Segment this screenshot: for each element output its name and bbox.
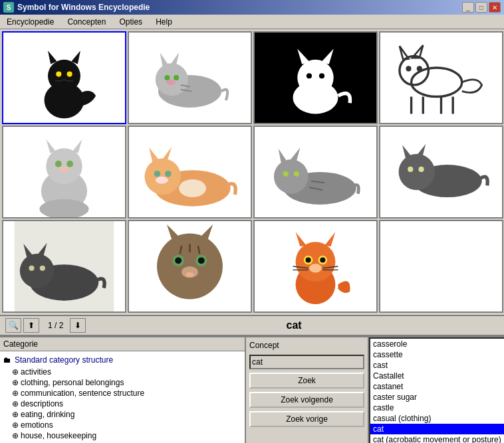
result-cassette[interactable]: cassette [370, 349, 504, 360]
svg-point-10 [164, 75, 170, 80]
svg-point-59 [408, 167, 413, 172]
svg-point-60 [418, 167, 424, 172]
svg-point-90 [305, 257, 311, 262]
image-cell-1[interactable] [2, 31, 126, 124]
result-casual[interactable]: casual (clothing) [370, 413, 504, 424]
image-cell-8[interactable] [379, 126, 503, 219]
svg-point-70 [29, 266, 34, 271]
svg-marker-8 [160, 52, 170, 67]
minimize-button[interactable]: _ [462, 2, 474, 13]
expand-icon-communication: ⊕ [12, 389, 19, 398]
svg-point-12 [166, 80, 176, 85]
image-cell-2[interactable] [128, 31, 252, 124]
zoek-button[interactable]: Zoek [249, 373, 364, 389]
svg-point-1 [48, 60, 80, 92]
tree-item-communication[interactable]: ⊕ communication, sentence structure [2, 388, 243, 399]
app-icon: S [3, 2, 14, 13]
zoek-volgende-button[interactable]: Zoek volgende [249, 392, 364, 408]
svg-marker-23 [400, 46, 409, 59]
expand-icon-house: ⊕ [12, 431, 19, 440]
svg-point-19 [307, 73, 312, 78]
svg-point-20 [319, 73, 324, 78]
menu-concepten[interactable]: Concepten [64, 16, 109, 28]
tree-root-label: Standard category structure [13, 355, 114, 365]
svg-point-44 [165, 171, 172, 177]
image-cell-6[interactable] [128, 126, 252, 219]
svg-point-91 [320, 257, 325, 262]
svg-marker-41 [149, 147, 160, 163]
result-castallet[interactable]: Castallet [370, 371, 504, 381]
menu-bar: Encyclopedie Concepten Opties Help [0, 15, 504, 29]
result-castanet[interactable]: castanet [370, 381, 504, 392]
image-cell-5[interactable] [2, 126, 126, 219]
menu-encyclopedie[interactable]: Encyclopedie [3, 16, 57, 28]
download-button[interactable]: ⬆ [23, 318, 39, 333]
svg-point-48 [274, 159, 309, 194]
svg-point-29 [406, 66, 411, 71]
svg-marker-18 [321, 48, 334, 64]
image-cell-10[interactable] [128, 220, 252, 313]
prev-button[interactable]: 🔍 [5, 318, 21, 333]
svg-point-40 [144, 159, 180, 195]
menu-help[interactable]: Help [152, 16, 176, 28]
image-cell-12 [379, 220, 503, 313]
expand-icon-eating: ⊕ [12, 410, 19, 419]
tree-item-activities[interactable]: ⊕ activities [2, 367, 243, 377]
concept-label-top: Concept [249, 341, 364, 350]
concept-display: cat [88, 319, 499, 331]
svg-point-52 [294, 171, 299, 177]
main-content: 🔍 ⬆ 1 / 2 ⬇ cat Categorie 🖿 Stan [0, 29, 504, 443]
svg-marker-33 [46, 139, 56, 153]
svg-marker-42 [162, 147, 172, 161]
svg-point-56 [398, 154, 434, 190]
menu-opties[interactable]: Opties [116, 16, 146, 28]
svg-point-71 [40, 266, 45, 271]
expand-icon-activities: ⊕ [12, 367, 19, 377]
expand-icon-clothing: ⊕ [12, 378, 19, 387]
tree-root[interactable]: 🖿 Standard category structure [2, 353, 243, 367]
svg-point-46 [179, 179, 206, 197]
prev-icon: 🔍 [9, 321, 19, 330]
concept-search-panel: Concept Zoek Zoek volgende Zoek vorige [246, 337, 369, 443]
tree-item-descriptions[interactable]: ⊕ descriptions [2, 399, 243, 409]
image-cell-7[interactable] [253, 126, 378, 219]
next-icon: ⬇ [74, 321, 81, 330]
category-panel: Categorie 🖿 Standard category structure … [0, 337, 246, 443]
svg-marker-87 [324, 232, 335, 246]
result-castle[interactable]: castle [370, 402, 504, 413]
svg-line-61 [412, 197, 414, 213]
result-cast[interactable]: cast [370, 360, 504, 371]
image-cell-11[interactable] [253, 220, 378, 313]
result-caster-sugar[interactable]: caster sugar [370, 392, 504, 402]
category-label: Categorie [3, 339, 38, 349]
results-panel: casserole cassette cast Castallet castan… [369, 337, 504, 443]
result-cat[interactable]: cat [370, 424, 504, 434]
expand-icon-descriptions: ⊕ [12, 399, 19, 408]
svg-point-4 [56, 71, 61, 76]
tree-item-clothing[interactable]: ⊕ clothing, personal belongings [2, 377, 243, 388]
tree-item-eating[interactable]: ⊕ eating, drinking [2, 409, 243, 420]
svg-point-16 [297, 60, 333, 96]
svg-line-62 [428, 197, 430, 213]
category-header: Categorie [0, 337, 245, 351]
image-cell-9[interactable] [2, 220, 126, 313]
tree-area[interactable]: 🖿 Standard category structure ⊕ activiti… [0, 351, 245, 443]
svg-marker-57 [402, 145, 413, 159]
next-button[interactable]: ⬇ [70, 318, 86, 333]
svg-marker-9 [170, 52, 179, 65]
results-list[interactable]: casserole cassette cast Castallet castan… [369, 337, 504, 443]
svg-line-64 [459, 197, 461, 213]
expand-icon-emotions: ⊕ [12, 420, 19, 430]
image-cell-3[interactable] [253, 31, 378, 124]
download-icon: ⬆ [28, 321, 35, 330]
close-button[interactable]: ✕ [489, 2, 501, 13]
svg-point-35 [55, 161, 62, 167]
result-cat-acrobatic[interactable]: cat (acrobatic movement or posture) [370, 434, 504, 443]
maximize-button[interactable]: □ [475, 2, 487, 13]
image-cell-4[interactable] [379, 31, 503, 124]
result-casserole[interactable]: casserole [370, 339, 504, 349]
zoek-vorige-button[interactable]: Zoek vorige [249, 411, 364, 427]
tree-item-emotions[interactable]: ⊕ emotions [2, 420, 243, 430]
concept-search-input[interactable] [249, 355, 364, 369]
tree-item-house[interactable]: ⊕ house, housekeeping [2, 430, 243, 441]
